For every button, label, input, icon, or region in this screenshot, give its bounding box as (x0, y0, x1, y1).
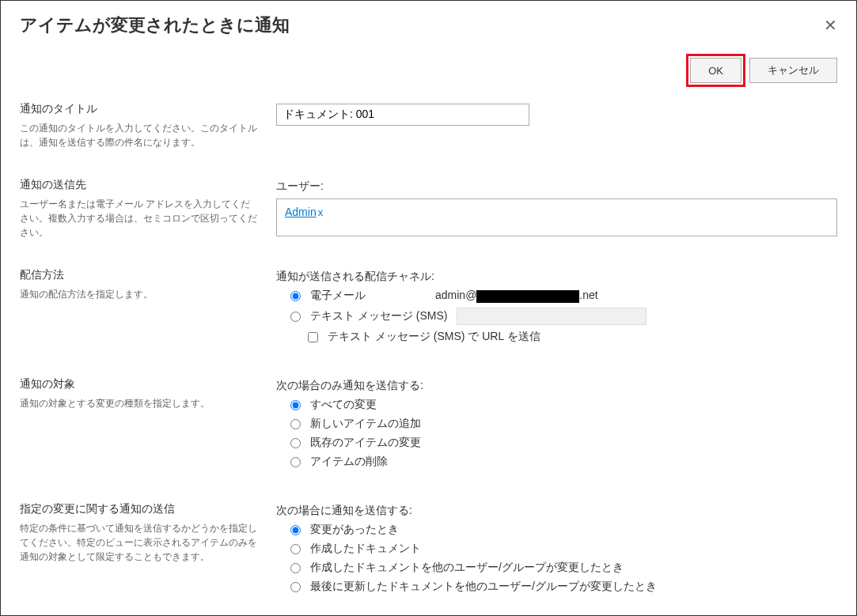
section-specific-changes: 指定の変更に関する通知の送信 特定の条件に基づいて通知を送信するかどうかを指定し… (20, 502, 837, 599)
radio-created-doc-other-label: 作成したドキュメントを他のユーザー/グループが変更したとき (310, 561, 624, 575)
checkbox-sms-url-label: テキスト メッセージ (SMS) で URL を送信 (328, 330, 540, 344)
people-chip[interactable]: Admin (285, 206, 317, 218)
section-desc: 通知の対象とする変更の種類を指定します。 (20, 396, 257, 410)
section-desc: 通知の配信方法を指定します。 (20, 287, 257, 301)
radio-anything-changes-label: 変更があったとき (310, 523, 399, 537)
radio-existing-items[interactable] (290, 438, 301, 448)
radio-last-modified-other[interactable] (290, 582, 301, 592)
remove-chip-icon[interactable]: x (318, 206, 324, 218)
users-label: ユーザー: (276, 180, 837, 194)
section-desc: 特定の条件に基づいて通知を送信するかどうかを指定してください。特定のビューに表示… (20, 521, 257, 564)
close-icon[interactable]: ✕ (824, 16, 837, 35)
dialog-header: アイテムが変更されたときに通知 ✕ (1, 1, 856, 43)
section-heading: 指定の変更に関する通知の送信 (20, 502, 257, 516)
section-heading: 通知のタイトル (20, 102, 257, 116)
section-alert-title: 通知のタイトル この通知のタイトルを入力してください。このタイトルは、通知を送信… (20, 102, 837, 149)
redacted-domain (476, 290, 579, 303)
people-picker[interactable]: Adminx (276, 198, 837, 236)
radio-deleted-items-label: アイテムの削除 (310, 455, 388, 469)
section-desc: この通知のタイトルを入力してください。このタイトルは、通知を送信する際の件名にな… (20, 121, 257, 149)
section-change-type: 通知の対象 通知の対象とする変更の種類を指定します。 次の場合のみ通知を送信する… (20, 377, 837, 474)
radio-sms[interactable] (290, 312, 301, 322)
sms-input[interactable] (457, 308, 647, 325)
ok-button[interactable]: OK (690, 58, 741, 83)
email-address: admin@.net (435, 289, 598, 302)
radio-email-label: 電子メール (310, 289, 421, 303)
radio-all-changes[interactable] (290, 400, 301, 410)
radio-email[interactable] (290, 291, 301, 301)
delivery-channel-label: 通知が送信される配信チャネル: (276, 270, 837, 284)
cancel-button[interactable]: キャンセル (749, 58, 837, 83)
button-row: OK キャンセル (20, 43, 837, 102)
checkbox-sms-url[interactable] (308, 332, 318, 342)
radio-deleted-items[interactable] (290, 457, 301, 467)
alert-title-input[interactable] (276, 104, 529, 126)
section-desc: ユーザー名または電子メール アドレスを入力してください。複数入力する場合は、セミ… (20, 197, 257, 240)
radio-created-doc-other[interactable] (290, 563, 301, 573)
radio-existing-items-label: 既存のアイテムの変更 (310, 436, 421, 450)
radio-new-items-label: 新しいアイテムの追加 (310, 417, 421, 431)
section-send-to: 通知の送信先 ユーザー名または電子メール アドレスを入力してください。複数入力す… (20, 178, 837, 240)
radio-new-items[interactable] (290, 419, 301, 429)
radio-anything-changes[interactable] (290, 525, 301, 535)
radio-last-modified-other-label: 最後に更新したドキュメントを他のユーザー/グループが変更したとき (310, 580, 657, 594)
radio-sms-label: テキスト メッセージ (SMS) (310, 309, 447, 323)
radio-created-doc-label: 作成したドキュメント (310, 542, 421, 556)
section-heading: 通知の対象 (20, 377, 257, 391)
radio-created-doc[interactable] (290, 544, 301, 554)
change-type-label: 次の場合のみ通知を送信する: (276, 379, 837, 393)
section-delivery: 配信方法 通知の配信方法を指定します。 通知が送信される配信チャネル: 電子メー… (20, 268, 837, 349)
dialog-title: アイテムが変更されたときに通知 (20, 13, 290, 37)
scroll-area[interactable]: OK キャンセル 通知のタイトル この通知のタイトルを入力してください。このタイ… (1, 43, 856, 614)
radio-all-changes-label: すべての変更 (310, 398, 377, 412)
section-heading: 通知の送信先 (20, 178, 257, 192)
specific-label: 次の場合に通知を送信する: (276, 504, 837, 518)
section-heading: 配信方法 (20, 268, 257, 282)
